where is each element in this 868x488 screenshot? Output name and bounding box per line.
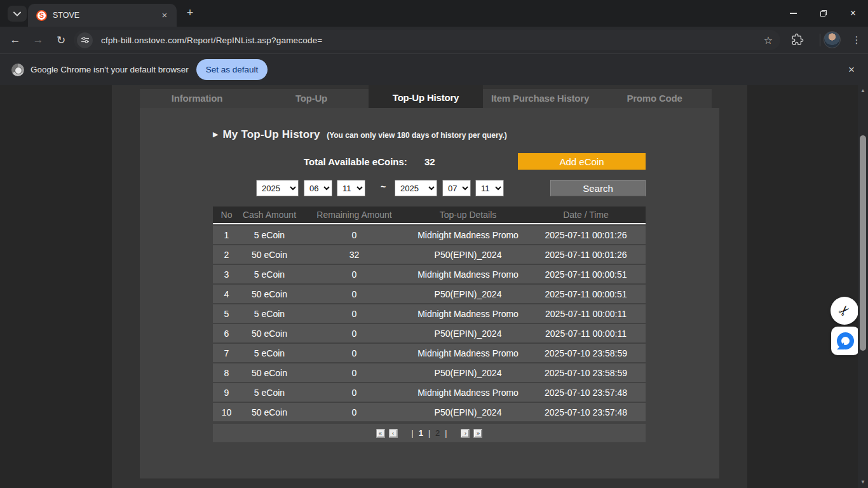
chevron-down-icon xyxy=(13,11,21,17)
minimize-icon xyxy=(790,13,797,14)
table-row: 35 eCoin0Midnight Madness Promo2025-07-1… xyxy=(213,265,646,283)
window-close-button[interactable]: × xyxy=(838,0,868,27)
tab-title: STOVE xyxy=(53,11,159,20)
table-cell: 2025-07-10 23:57:48 xyxy=(526,383,646,402)
window-controls: × xyxy=(778,0,868,27)
table-cell: 0 xyxy=(299,324,410,342)
to-day-select[interactable]: 11 xyxy=(475,180,504,196)
table-cell: 50 eCoin xyxy=(240,363,299,382)
table-cell: 2025-07-10 23:58:59 xyxy=(526,363,646,382)
tab-close-icon[interactable]: × xyxy=(159,10,170,21)
table-row: 55 eCoin0Midnight Madness Promo2025-07-1… xyxy=(213,304,646,323)
table-cell: 7 xyxy=(213,344,240,362)
table-cell: 0 xyxy=(299,403,410,421)
page-scrollbar[interactable]: ▲ ▼ xyxy=(858,85,868,488)
table-cell: 5 eCoin xyxy=(240,226,299,244)
prev-page-button[interactable]: ‹ xyxy=(389,429,398,438)
screen-capture-button[interactable]: ✂ xyxy=(831,297,858,325)
reload-button[interactable]: ↻ xyxy=(52,31,70,49)
browser-tab[interactable]: S STOVE × xyxy=(28,4,177,27)
table-row: 95 eCoin0Midnight Madness Promo2025-07-1… xyxy=(213,383,646,402)
address-bar[interactable]: cfph-bill.onstove.com/Report/RepINList.a… xyxy=(74,30,780,50)
infobar-close-icon[interactable]: × xyxy=(844,62,859,78)
search-button[interactable]: Search xyxy=(550,180,646,196)
table-cell: 5 eCoin xyxy=(240,265,299,283)
forward-button[interactable]: → xyxy=(29,31,47,49)
date-range-separator: ~ xyxy=(376,182,390,192)
table-cell: 0 xyxy=(299,304,410,323)
table-cell: 5 eCoin xyxy=(240,383,299,402)
profile-avatar[interactable] xyxy=(824,31,841,48)
table-cell: 4 xyxy=(213,285,240,303)
table-cell: 0 xyxy=(299,344,410,362)
to-month-select[interactable]: 07 xyxy=(442,180,471,196)
table-cell: 2025-07-11 00:00:11 xyxy=(526,324,646,342)
default-browser-infobar: Google Chrome isn't your default browser… xyxy=(0,53,868,85)
page-number-1[interactable]: 1 xyxy=(419,428,423,438)
browser-menu-button[interactable]: ⋮ xyxy=(848,32,865,48)
table-cell: P50(EPIN)_2024 xyxy=(410,363,526,382)
table-cell: P50(EPIN)_2024 xyxy=(410,403,526,421)
col-remaining-amount: Remaining Amount xyxy=(299,207,410,224)
table-cell: Midnight Madness Promo xyxy=(410,226,526,244)
table-cell: 50 eCoin xyxy=(240,245,299,264)
chrome-logo-icon xyxy=(11,64,24,76)
pagination: « ‹ | 1 | 2 | › » xyxy=(213,424,646,442)
bookmark-star-icon[interactable]: ☆ xyxy=(764,34,773,46)
add-ecoin-button[interactable]: Add eCoin xyxy=(518,153,646,170)
chat-widget-button[interactable] xyxy=(831,327,860,355)
last-page-button[interactable]: » xyxy=(473,429,482,438)
table-row: 650 eCoin0P50(EPIN)_20242025-07-11 00:00… xyxy=(213,324,646,342)
tab-search-button[interactable] xyxy=(8,6,27,22)
set-as-default-button[interactable]: Set as default xyxy=(196,59,268,80)
to-year-select[interactable]: 2025 xyxy=(395,180,437,196)
scissors-icon: ✂ xyxy=(835,301,853,320)
content-panel: ▶My Top-Up History (You can only view 18… xyxy=(140,108,719,478)
first-page-button[interactable]: « xyxy=(376,429,385,438)
scroll-down-icon[interactable]: ▼ xyxy=(858,478,868,487)
stove-favicon-icon: S xyxy=(36,10,47,21)
page-number-2[interactable]: 2 xyxy=(435,428,440,438)
tab-item-purchase-history[interactable]: Item Purchase History xyxy=(483,89,597,108)
table-cell: 32 xyxy=(299,245,410,264)
table-cell: 5 eCoin xyxy=(240,344,299,362)
chat-bubble-icon xyxy=(837,332,854,349)
col-date-time: Date / Time xyxy=(526,207,646,224)
pager-separator: | xyxy=(445,429,447,438)
from-day-select[interactable]: 11 xyxy=(337,180,365,196)
table-row: 1050 eCoin0P50(EPIN)_20242025-07-10 23:5… xyxy=(213,403,646,421)
table-row: 75 eCoin0Midnight Madness Promo2025-07-1… xyxy=(213,344,646,362)
tab-information[interactable]: Information xyxy=(140,89,254,108)
from-year-select[interactable]: 2025 xyxy=(256,180,299,196)
extensions-button[interactable] xyxy=(790,32,806,48)
page-tab-bar: Information Top-Up Top-Up History Item P… xyxy=(140,89,712,108)
minimize-button[interactable] xyxy=(778,0,808,27)
new-tab-button[interactable]: + xyxy=(183,6,197,20)
table-cell: 2025-07-11 00:00:51 xyxy=(526,265,646,283)
table-cell: 2 xyxy=(213,245,240,264)
tab-top-up-history[interactable]: Top-Up History xyxy=(369,85,483,108)
site-info-button[interactable] xyxy=(77,32,93,48)
scroll-up-icon[interactable]: ▲ xyxy=(858,86,868,95)
table-cell: 5 eCoin xyxy=(240,304,299,323)
table-cell: 2025-07-10 23:58:59 xyxy=(526,344,646,362)
restore-button[interactable] xyxy=(808,0,838,27)
browser-window: S STOVE × + × ← → ↻ cfph xyxy=(0,0,868,488)
table-cell: 0 xyxy=(299,383,410,402)
from-month-select[interactable]: 06 xyxy=(304,180,332,196)
next-page-button[interactable]: › xyxy=(461,429,470,438)
tab-top-up[interactable]: Top-Up xyxy=(254,89,369,108)
back-button[interactable]: ← xyxy=(6,31,24,49)
scrollbar-thumb[interactable] xyxy=(860,135,866,351)
table-cell: Midnight Madness Promo xyxy=(410,265,526,283)
tab-promo-code[interactable]: Promo Code xyxy=(597,89,712,108)
table-cell: 0 xyxy=(299,226,410,244)
col-topup-details: Top-up Details xyxy=(410,207,526,224)
table-cell: 50 eCoin xyxy=(240,285,299,303)
col-no: No xyxy=(213,207,240,224)
table-cell: 0 xyxy=(299,285,410,303)
table-cell: 2025-07-10 23:57:48 xyxy=(526,403,646,421)
table-cell: 10 xyxy=(213,403,240,421)
heading-note: (You can only view 180 days of history p… xyxy=(327,131,507,140)
table-cell: Midnight Madness Promo xyxy=(410,344,526,362)
